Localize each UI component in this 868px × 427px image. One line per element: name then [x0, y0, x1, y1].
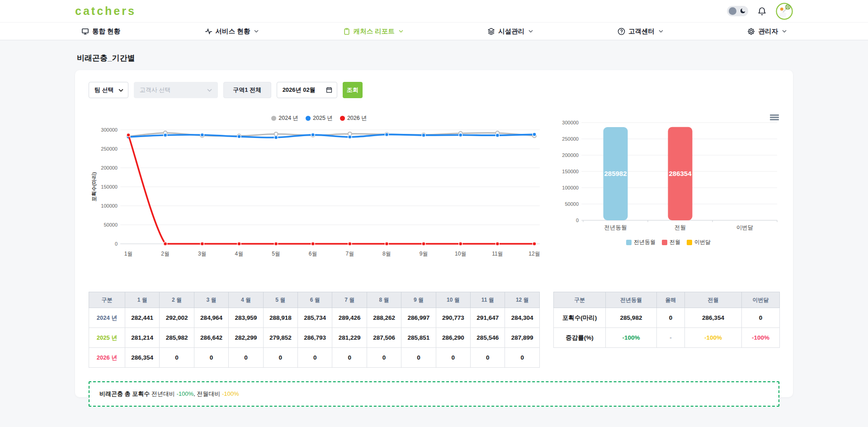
legend-item[interactable]: 이번달 [687, 238, 711, 246]
theme-toggle[interactable] [727, 6, 748, 16]
svg-text:3월: 3월 [198, 251, 207, 257]
table-cell: 0 [194, 348, 228, 368]
table-row: 2026 년286,35400000000000 [89, 348, 540, 368]
theme-toggle-knob [729, 7, 736, 15]
table-cell: 281,214 [125, 328, 160, 348]
table-cell: 0 [229, 348, 263, 368]
legend-item[interactable]: 전년동월 [626, 238, 656, 246]
customer-select[interactable]: 고객사 선택 [134, 82, 218, 98]
table-cell: 0 [401, 348, 436, 368]
table-cell: 288,262 [367, 308, 401, 328]
chevron-down-icon [528, 30, 533, 33]
legend-item[interactable]: 전월 [662, 238, 680, 246]
column-header: 5 월 [263, 292, 297, 308]
chevron-down-icon [782, 30, 787, 33]
svg-text:4월: 4월 [235, 251, 244, 257]
chart-menu-icon[interactable] [770, 114, 779, 121]
summary-note-title: 비래곤충 총 포획수 [99, 390, 150, 397]
monthly-table: 구분1 월2 월3 월4 월5 월6 월7 월8 월9 월10 월11 월12 … [89, 292, 540, 368]
svg-text:10월: 10월 [455, 251, 466, 257]
table-cell: 283,959 [229, 308, 263, 328]
summary-table: 구분전년동월올해전월이번달포획수(마리)285,9820286,3540증감률(… [553, 292, 780, 348]
svg-text:286354: 286354 [669, 170, 692, 177]
table-cell: - [657, 328, 685, 348]
column-header: 8 월 [367, 292, 401, 308]
nav-item-admin[interactable]: 관리자 [747, 27, 787, 36]
line-chart-svg: 0500001000001500002000002500003000001월2월… [89, 123, 550, 261]
brand-logo[interactable]: catchers [75, 5, 136, 18]
moon-icon [740, 8, 746, 14]
notifications-button[interactable] [757, 6, 767, 16]
column-header: 구분 [89, 292, 125, 308]
table-cell: 286,793 [298, 328, 332, 348]
svg-text:6월: 6월 [309, 251, 317, 257]
nav-item-support[interactable]: 고객센터 [618, 27, 663, 36]
month-picker[interactable]: 2026년 02월 [277, 82, 337, 98]
svg-text:300000: 300000 [562, 120, 579, 125]
svg-text:285982: 285982 [604, 170, 627, 177]
column-header: 1 월 [125, 292, 160, 308]
nav-item-catchers-report[interactable]: 캐처스 리포트 [343, 27, 403, 36]
table-cell: 286,354 [125, 348, 160, 368]
column-header: 6 월 [298, 292, 332, 308]
bar-chart-svg: 0500001000001500002000002500003000002859… [556, 116, 781, 233]
nav-item-service-status[interactable]: 서비스 현황 [205, 27, 259, 36]
chevron-down-icon [659, 30, 663, 33]
svg-text:9월: 9월 [420, 251, 428, 257]
legend-dot [340, 116, 345, 121]
legend-item[interactable]: 2026 년 [340, 114, 367, 122]
svg-text:11월: 11월 [492, 251, 503, 257]
top-header: catchers [0, 0, 868, 22]
nav-item-dashboard[interactable]: 통합 현황 [81, 27, 120, 36]
legend-label: 2025 년 [313, 114, 333, 122]
table-cell: 291,647 [471, 308, 505, 328]
svg-text:8월: 8월 [382, 251, 391, 257]
avatar[interactable] [776, 3, 793, 20]
legend-label: 전년동월 [634, 238, 656, 246]
monthly-table-wrap: 구분1 월2 월3 월4 월5 월6 월7 월8 월9 월10 월11 월12 … [89, 292, 540, 368]
zone-field[interactable]: 구역1 전체 [223, 82, 271, 98]
legend-swatch [662, 240, 667, 245]
svg-text:1월: 1월 [124, 251, 133, 257]
tables-row: 구분1 월2 월3 월4 월5 월6 월7 월8 월9 월10 월11 월12 … [89, 292, 779, 368]
table-cell: 0 [471, 348, 505, 368]
svg-text:이번달: 이번달 [736, 224, 754, 231]
charts-row: 2024 년2025 년2026 년 050000100000150000200… [89, 114, 779, 263]
bar-chart-legend: 전년동월전월이번달 [556, 238, 781, 246]
column-header: 4 월 [229, 292, 263, 308]
search-button[interactable]: 조회 [343, 82, 363, 98]
layers-icon [487, 28, 495, 35]
team-select[interactable]: 팀 선택 [89, 82, 128, 98]
svg-text:150000: 150000 [101, 184, 118, 190]
table-cell: 288,918 [263, 308, 297, 328]
calendar-icon [326, 87, 332, 93]
year-label: 2024 년 [89, 308, 125, 328]
column-header: 7 월 [332, 292, 367, 308]
column-header: 11 월 [471, 292, 505, 308]
column-header: 12 월 [505, 292, 540, 308]
legend-label: 이번달 [694, 238, 711, 246]
table-cell: 290,773 [436, 308, 470, 328]
svg-text:300000: 300000 [101, 127, 118, 133]
legend-item[interactable]: 2025 년 [306, 114, 333, 122]
legend-swatch [687, 240, 692, 245]
year-label: 2026 년 [89, 348, 125, 368]
table-cell: 285,734 [298, 308, 332, 328]
table-cell: 0 [332, 348, 367, 368]
nav-item-facility[interactable]: 시설관리 [487, 27, 533, 36]
table-cell: 284,304 [505, 308, 540, 328]
table-cell: 287,899 [505, 328, 540, 348]
row-label: 증감률(%) [554, 328, 606, 348]
svg-text:250000: 250000 [101, 146, 118, 152]
legend-label: 전월 [670, 238, 680, 246]
table-cell: -100% [742, 328, 780, 348]
main-content: 비래곤충_기간별 팀 선택 고객사 선택 구역1 전체 2026년 02월 조회 [0, 40, 868, 397]
table-cell: 285,982 [160, 328, 194, 348]
column-header: 10 월 [436, 292, 470, 308]
svg-text:200000: 200000 [101, 165, 118, 171]
summary-table-wrap: 구분전년동월올해전월이번달포획수(마리)285,9820286,3540증감률(… [553, 292, 779, 368]
legend-item[interactable]: 2024 년 [271, 114, 298, 122]
table-cell: 285,851 [401, 328, 436, 348]
gear-icon [747, 28, 755, 35]
table-cell: 0 [263, 348, 297, 368]
